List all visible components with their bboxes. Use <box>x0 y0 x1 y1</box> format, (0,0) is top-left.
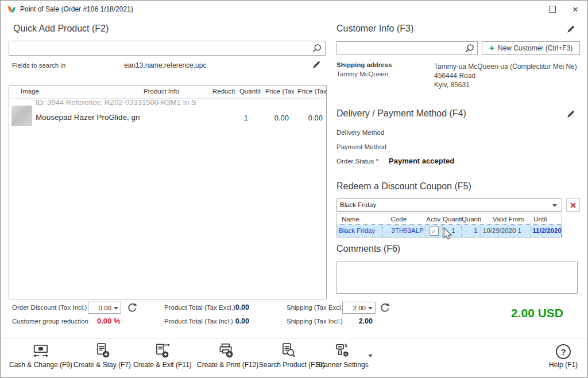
coupon-active-cell: ✓ <box>425 225 443 237</box>
create-exit-button[interactable]: Create & Exit (F11) <box>133 341 191 369</box>
order-status-value: Payment accepted <box>389 157 454 165</box>
close-button[interactable]: ✕ <box>568 4 583 14</box>
payment-method-label: Payment Method <box>336 143 386 150</box>
shipping-incl-value: 2.00 <box>348 317 373 325</box>
chevron-down-icon <box>552 204 557 207</box>
col-quantity1: Quanti <box>443 213 462 225</box>
coupon-valid-from: 10/29/2020 1 <box>481 225 532 237</box>
scanner-settings-dropdown-icon[interactable] <box>368 354 373 357</box>
plus-icon: + <box>489 44 494 53</box>
customer-info-title: Customer Info (F3) <box>336 24 413 34</box>
col-quantity: Quantit <box>237 88 261 95</box>
product-table: Image Product Info Reducti Quantit Price… <box>9 85 327 299</box>
group-reduction-label: Customer group reduction <box>12 318 88 325</box>
cash-change-icon <box>7 341 74 359</box>
create-stay-label: Create & Stay (F7) <box>74 361 131 369</box>
product-total-excl-value: 0.00 <box>225 303 249 311</box>
edit-customer-pencil-icon[interactable] <box>566 25 575 34</box>
edit-fields-pencil-icon[interactable] <box>312 60 321 69</box>
refresh-discount-icon[interactable] <box>127 303 137 313</box>
red-x-icon: ✕ <box>570 201 577 209</box>
coupon-combobox[interactable]: Black Friday <box>336 198 562 212</box>
order-discount-dropdown[interactable]: 0.00 <box>88 302 121 314</box>
col-product-info: Product Info <box>130 88 193 95</box>
create-stay-button[interactable]: Create & Stay (F7) <box>74 341 131 369</box>
product-table-header: Image Product Info Reducti Quantit Price… <box>9 86 326 99</box>
col-quantity2: Quanti <box>462 213 481 225</box>
new-customer-button[interactable]: + New Customer (Ctrl+F3) <box>482 41 580 55</box>
coupon-code: 3TH93ALP <box>383 225 426 237</box>
quick-add-title: Quick Add Product (F2) <box>13 24 109 34</box>
create-exit-icon <box>133 341 191 359</box>
create-stay-icon <box>74 341 131 359</box>
close-icon: ✕ <box>572 5 579 14</box>
coupon-quantity1: 1 <box>443 225 462 237</box>
product-id-line: ID: 3944 Reference: RZ02-03331500-R3M1 I… <box>36 98 196 107</box>
shipping-incl-label: Shipping (Tax Incl.) <box>287 318 343 325</box>
active-checkbox[interactable]: ✓ <box>430 227 439 236</box>
shipping-address-block: Tammy-ua McQueen-ua (Complectitur Mei Ne… <box>434 62 577 89</box>
create-print-icon <box>197 341 254 359</box>
remove-coupon-button[interactable]: ✕ <box>566 198 580 212</box>
scanner-settings-button[interactable]: Scanner Settings <box>314 341 371 369</box>
col-code: Code <box>383 213 426 225</box>
shipping-excl-label: Shipping (Tax Excl.) <box>287 304 345 311</box>
cash-change-label: Cash & Change (F9) <box>7 361 74 369</box>
address-line: Kyiv, 85631 <box>434 80 577 89</box>
search-product-button[interactable]: Search Product (F10) <box>259 341 316 369</box>
customer-search-input[interactable] <box>337 42 477 54</box>
fields-to-search-value: ean13;name;reference;upc <box>124 61 206 69</box>
shipping-address-label: Shipping address <box>336 61 392 68</box>
maximize-button[interactable] <box>545 4 560 14</box>
shipping-name: Tammy McQueen <box>336 71 388 77</box>
col-name: Name <box>337 213 383 225</box>
order-discount-label: Order Discount (Tax Incl.) <box>12 304 87 311</box>
product-name: Mousepad Razer ProGlide, gri <box>36 113 140 122</box>
shipping-dropdown[interactable]: 2.00 <box>342 302 376 314</box>
comments-textarea[interactable] <box>336 262 578 294</box>
product-price-tax-excl: 0.00 <box>262 114 289 122</box>
grand-total: 2.00 USD <box>457 306 563 320</box>
edit-delivery-pencil-icon[interactable] <box>566 110 575 119</box>
group-reduction-value: 0.00 % <box>97 317 120 325</box>
coupon-grid: Name Code Activ Quanti Quanti Valid From… <box>336 213 562 237</box>
app-icon <box>6 5 16 14</box>
help-label: Help (F1) <box>535 361 588 369</box>
coupon-quantity2: 1 <box>462 225 481 237</box>
col-price-excl: Price (Tax <box>265 88 294 95</box>
refresh-shipping-icon[interactable] <box>380 303 390 313</box>
coupon-combo-value: Black Friday <box>340 201 376 208</box>
help-button[interactable]: ? Help (F1) <box>535 341 588 369</box>
col-active: Activ <box>425 213 443 225</box>
search-icon[interactable] <box>312 44 322 53</box>
coupon-row-selected[interactable]: Black Friday 3TH93ALP ✓ 1 1 10/29/2020 1… <box>337 225 562 237</box>
product-total-incl-label: Product Total (Tax Incl.) <box>164 318 233 325</box>
help-icon: ? <box>535 341 588 359</box>
delivery-method-label: Delivery Method <box>336 129 384 136</box>
search-icon[interactable] <box>465 44 474 53</box>
col-image: Image <box>21 88 39 95</box>
titlebar[interactable]: Point of Sale (Order #106 1/18/2021) ✕ <box>1 1 587 18</box>
product-search-input[interactable] <box>9 41 325 55</box>
search-product-icon <box>259 341 316 359</box>
chevron-down-icon <box>114 307 118 310</box>
order-status-label: Order Status * <box>336 158 378 165</box>
window-title: Point of Sale (Order #106 1/18/2021) <box>20 5 133 13</box>
product-total-incl-value: 0.00 <box>225 317 249 325</box>
col-reduction: Reducti <box>199 88 235 95</box>
cash-change-button[interactable]: Cash & Change (F9) <box>7 341 74 369</box>
comments-title: Comments (F6) <box>336 244 400 254</box>
question-mark-glyph: ? <box>560 348 566 356</box>
product-thumbnail <box>11 106 32 126</box>
address-line: Tammy-ua McQueen-ua (Complectitur Mei Ne… <box>434 62 577 71</box>
create-print-label: Create & Print (F12) <box>197 361 254 369</box>
customer-search-box <box>336 41 478 55</box>
delivery-payment-title: Delivery / Payment Method (F4) <box>336 108 466 119</box>
fields-to-search-label: Fields to search in <box>12 62 65 69</box>
check-icon: ✓ <box>431 228 436 235</box>
create-exit-label: Create & Exit (F11) <box>133 361 191 369</box>
create-print-button[interactable]: Create & Print (F12) <box>197 341 254 369</box>
coupon-until: 11/2/2020 1:0 <box>531 225 562 237</box>
address-line: 456444 Road <box>434 71 577 80</box>
shipping-excl-value: 2.00 <box>353 305 366 311</box>
